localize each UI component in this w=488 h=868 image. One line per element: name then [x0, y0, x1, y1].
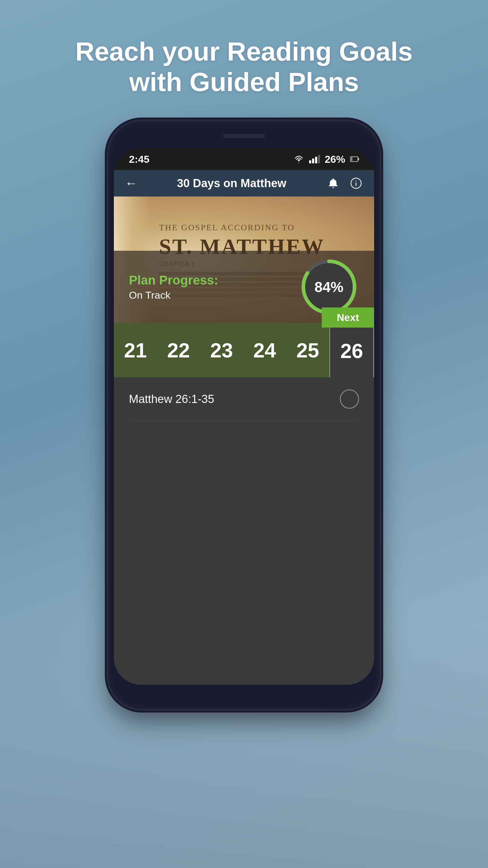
svg-rect-0 — [309, 160, 311, 163]
battery-icon — [350, 156, 359, 162]
progress-status: On Track — [129, 289, 218, 301]
speaker-grille — [223, 134, 265, 138]
progress-text: Plan Progress: On Track — [129, 273, 218, 301]
svg-rect-2 — [315, 157, 317, 163]
next-button[interactable]: Next — [322, 307, 374, 328]
svg-rect-3 — [318, 155, 320, 163]
day-tab-26[interactable]: 26 — [329, 323, 374, 377]
bible-image-bg: THE GOSPEL ACCORDING TO ST. MATTHEW CHAP… — [114, 196, 374, 323]
bible-banner: THE GOSPEL ACCORDING TO ST. MATTHEW CHAP… — [114, 196, 374, 323]
days-navigation: Next 21 22 23 24 25 26 — [114, 323, 374, 377]
svg-rect-1 — [312, 158, 314, 163]
wifi-icon — [293, 155, 304, 164]
status-bar: 2:45 26% — [114, 148, 374, 170]
day-tab-24[interactable]: 24 — [243, 323, 286, 377]
header-actions — [326, 176, 363, 190]
gospel-label: THE GOSPEL ACCORDING TO — [159, 223, 362, 232]
day-tabs: 21 22 23 24 25 26 — [114, 323, 374, 377]
day-tab-22[interactable]: 22 — [157, 323, 200, 377]
app-title: 30 Days on Matthew — [177, 177, 286, 190]
headline-line2: with Guided Plans — [48, 67, 440, 97]
day-tab-25[interactable]: 25 — [286, 323, 329, 377]
svg-rect-5 — [358, 158, 359, 160]
phone-mockup: 2:45 26% — [108, 121, 380, 709]
reading-checkbox[interactable] — [340, 390, 359, 409]
info-icon[interactable] — [349, 176, 363, 190]
reading-item: Matthew 26:1-35 — [129, 377, 359, 421]
svg-rect-6 — [351, 157, 352, 161]
phone-shell: 2:45 26% — [108, 121, 380, 709]
headline: Reach your Reading Goals — [48, 36, 440, 67]
reading-title[interactable]: Matthew 26:1-35 — [129, 393, 214, 406]
day-tab-23[interactable]: 23 — [200, 323, 243, 377]
signal-icon — [309, 155, 320, 164]
phone-screen: 2:45 26% — [114, 148, 374, 685]
back-button[interactable]: ← — [125, 176, 137, 190]
day-tab-21[interactable]: 21 — [114, 323, 157, 377]
status-icons: 26% — [293, 153, 359, 165]
bell-icon[interactable] — [326, 176, 340, 190]
progress-label: Plan Progress: — [129, 273, 218, 287]
progress-percent: 84% — [315, 279, 344, 296]
battery-level: 26% — [325, 153, 345, 165]
app-header: ← 30 Days on Matthew — [114, 170, 374, 196]
svg-point-9 — [356, 181, 357, 182]
status-time: 2:45 — [129, 153, 150, 165]
reading-list: Matthew 26:1-35 — [114, 377, 374, 421]
